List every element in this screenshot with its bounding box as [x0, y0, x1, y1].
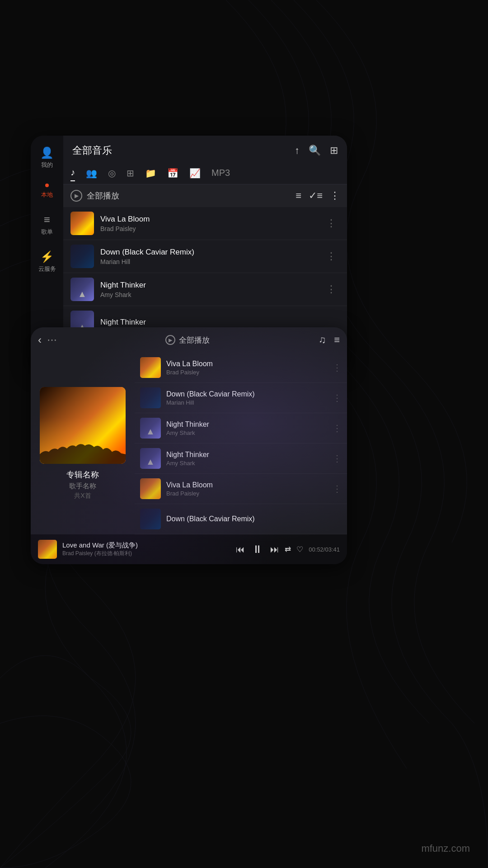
s2-track-title: Night Thinker — [166, 420, 327, 429]
s2-track-title: Down (Black Caviar Remix) — [166, 390, 327, 398]
track-info: Down (Black Caviar Remix) Marian Hill — [100, 248, 316, 265]
track-art — [70, 278, 94, 301]
track-artist: Amy Shark — [100, 291, 316, 298]
s2-track-info: Viva La Bloom Brad Paisley — [166, 360, 327, 376]
cloud-icon: ⚡ — [40, 250, 54, 263]
s2-track-thumbnail — [140, 448, 161, 469]
s2-track-info: Viva La Bloom Brad Paisley — [166, 481, 327, 497]
playall-actions: ≡ ✓≡ ⋮ — [296, 190, 340, 202]
sidebar-item-cloud[interactable]: ⚡ 云服务 — [37, 247, 58, 277]
s2-track-more-button[interactable]: ⋮ — [333, 423, 342, 434]
sidebar-label-cloud: 云服务 — [38, 265, 56, 273]
grid-icon[interactable]: ⊞ — [330, 145, 338, 156]
tab-bar: ♪ 👥 ◎ ⊞ 📁 📅 📈 MP3 — [63, 162, 347, 184]
album-art — [40, 387, 126, 464]
screen2: ‹ ⋯ ▶ 全部播放 ♫ ≡ 专辑名称 歌手名称 — [31, 327, 347, 564]
track-title: Night Thinker — [100, 318, 340, 327]
header-more-button[interactable]: ⋯ — [47, 334, 57, 346]
tab-music[interactable]: ♪ — [70, 165, 75, 181]
s2-playall-label: 全部播放 — [179, 335, 210, 345]
s2-shuffle-button[interactable]: ⇄ — [285, 545, 291, 554]
track-info: Viva La Bloom Brad Paisley — [100, 215, 316, 232]
screen2-header: ‹ ⋯ ▶ 全部播放 ♫ ≡ — [31, 327, 347, 353]
track-more-button[interactable]: ⋮ — [323, 282, 340, 297]
tab-albums[interactable]: ◎ — [108, 165, 116, 181]
tab-files[interactable]: 📁 — [145, 165, 156, 181]
track-artist: Marian Hill — [100, 258, 316, 265]
tab-folders[interactable]: ⊞ — [127, 165, 134, 181]
s2-track-row: Night Thinker Amy Shark ⋮ — [135, 443, 347, 474]
track-art — [70, 212, 94, 235]
s2-prev-button[interactable]: ⏮ — [236, 544, 245, 555]
playlist-icon: ≡ — [44, 213, 50, 226]
music-list-icon[interactable]: ♫ — [319, 334, 326, 346]
watermark: mfunz.com — [421, 843, 470, 854]
s2-track-row: Viva La Bloom Brad Paisley ⋮ — [135, 474, 347, 504]
tab-stats[interactable]: 📈 — [189, 165, 201, 181]
page-title: 全部音乐 — [72, 144, 295, 157]
s2-like-button[interactable]: ♡ — [296, 545, 303, 554]
topbar: 全部音乐 ↑ 🔍 ⊞ — [63, 136, 347, 162]
tab-date[interactable]: 📅 — [167, 165, 178, 181]
track-thumbnail — [70, 245, 94, 268]
s2-track-more-button[interactable]: ⋮ — [333, 453, 342, 464]
back-button[interactable]: ‹ — [38, 334, 42, 346]
s2-track-artist: Amy Shark — [166, 460, 327, 467]
track-info: Night Thinker — [100, 318, 340, 327]
search-icon[interactable]: 🔍 — [309, 145, 321, 156]
sidebar-item-playlist[interactable]: ≡ 歌单 — [39, 210, 55, 240]
s2-play-circle-icon: ▶ — [165, 335, 175, 345]
s2-track-more-button[interactable]: ⋮ — [333, 483, 342, 494]
playall-bar[interactable]: ▶ 全部播放 ≡ ✓≡ ⋮ — [63, 184, 347, 207]
track-info: Night Thinker Amy Shark — [100, 281, 316, 298]
tab-artists[interactable]: 👥 — [86, 165, 97, 181]
s2-track-more-button[interactable]: ⋮ — [333, 362, 342, 373]
s2-track-info: Down (Black Caviar Remix) — [166, 515, 342, 523]
track-more-button[interactable]: ⋮ — [323, 249, 340, 264]
active-indicator — [45, 184, 49, 187]
track-row: Viva La Bloom Brad Paisley ⋮ — [63, 207, 347, 240]
track-row: Night Thinker Amy Shark ⋮ — [63, 273, 347, 306]
sidebar-item-mine[interactable]: 👤 我的 — [38, 143, 56, 173]
sidebar-item-local[interactable]: 本地 — [39, 180, 55, 203]
screen2-tracklist: Viva La Bloom Brad Paisley ⋮ Down (Black… — [135, 353, 347, 534]
queue-icon[interactable]: ≡ — [334, 334, 340, 346]
album-title: 专辑名称 — [66, 469, 99, 480]
track-row: Down (Black Caviar Remix) Marian Hill ⋮ — [63, 240, 347, 273]
more-icon[interactable]: ⋮ — [330, 190, 340, 202]
s2-mini-thumbnail — [38, 540, 57, 559]
track-title: Viva La Bloom — [100, 215, 316, 224]
s2-mini-extra: ⇄ ♡ 00:52/03:41 — [285, 545, 340, 554]
s2-mini-artist: Brad Paisley (布拉德·帕斯利) — [62, 550, 230, 557]
s2-track-thumbnail — [140, 509, 161, 529]
tab-format[interactable]: MP3 — [211, 165, 230, 181]
sidebar-label-local: 本地 — [41, 191, 53, 199]
s2-next-button[interactable]: ⏭ — [270, 544, 279, 555]
s2-track-more-button[interactable]: ⋮ — [333, 392, 342, 403]
check-list-icon[interactable]: ✓≡ — [309, 190, 323, 202]
track-artist: Brad Paisley — [100, 225, 316, 232]
s2-track-row: Night Thinker Amy Shark ⋮ — [135, 413, 347, 443]
s2-track-info: Down (Black Caviar Remix) Marian Hill — [166, 390, 327, 406]
track-art — [70, 245, 94, 268]
s2-mini-controls: ⏮ ⏸ ⏭ — [236, 543, 279, 556]
list-icon[interactable]: ≡ — [296, 190, 301, 202]
s2-track-row: Down (Black Caviar Remix) — [135, 504, 347, 534]
track-more-button[interactable]: ⋮ — [323, 216, 340, 231]
s2-track-info: Night Thinker Amy Shark — [166, 420, 327, 436]
topbar-icons: ↑ 🔍 ⊞ — [295, 145, 338, 156]
sort-icon[interactable]: ↑ — [295, 145, 300, 156]
s2-mini-info: Love and War (爱与战争) Brad Paisley (布拉德·帕斯… — [62, 541, 230, 557]
album-count: 共X首 — [74, 492, 91, 500]
screen2-playall[interactable]: ▶ 全部播放 — [62, 335, 313, 345]
sidebar-label-playlist: 歌单 — [41, 228, 53, 236]
s2-track-artist: Amy Shark — [166, 429, 327, 436]
s2-track-artist: Brad Paisley — [166, 490, 327, 497]
watermark-text: mfunz.com — [421, 843, 470, 854]
s2-track-title: Viva La Bloom — [166, 360, 327, 368]
s2-track-thumbnail — [140, 478, 161, 499]
s2-track-title: Down (Black Caviar Remix) — [166, 515, 342, 523]
track-title: Night Thinker — [100, 281, 316, 290]
s2-pause-button[interactable]: ⏸ — [252, 543, 263, 556]
screen2-body: 专辑名称 歌手名称 共X首 Viva La Bloom Brad Paisley… — [31, 353, 347, 534]
